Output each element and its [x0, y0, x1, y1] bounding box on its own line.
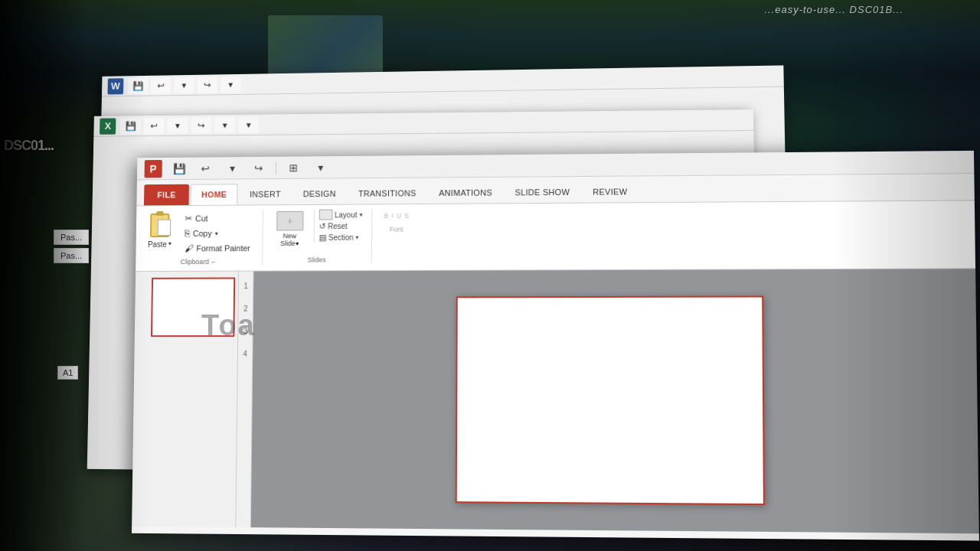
excel-icon: X [100, 118, 116, 134]
ppt-window: P 💾 ↩ ▾ ↪ ⊞ ▾ FILE HOME INSERT DESIGN TR… [132, 151, 979, 541]
new-slide-button[interactable]: + New Slide ▾ [272, 210, 308, 249]
word-undo-button[interactable]: ↩ [151, 77, 172, 93]
ppt-customize-button[interactable]: ⊞ [283, 158, 305, 177]
clipboard-icon [150, 214, 169, 237]
paste-label: Paste [148, 240, 167, 249]
layout-label: Layout [335, 210, 357, 219]
layout-icon [319, 210, 333, 220]
font-group-label-text: Font [390, 226, 403, 233]
slide-editing-area[interactable] [456, 296, 765, 506]
ppt-letter: P [150, 162, 157, 174]
ppt-redo-button[interactable]: ↪ [247, 158, 270, 177]
new-slide-arrow: ▾ [296, 240, 299, 247]
paste-dropdown-arrow: ▾ [168, 240, 172, 247]
copy-icon: ⎘ [185, 228, 190, 239]
section-icon: ▤ [318, 233, 326, 243]
copy-arrow: ▾ [214, 230, 217, 236]
excel-save-button[interactable]: 💾 [120, 118, 141, 134]
ppt-main-area: 1 1 2 3 4 [132, 269, 979, 533]
reset-button[interactable]: ↺ Reset [318, 221, 362, 231]
reset-icon: ↺ [318, 221, 325, 231]
slide-canvas[interactable] [251, 269, 979, 533]
new-slide-icon: + [276, 211, 303, 231]
tab-home[interactable]: HOME [191, 184, 238, 205]
reset-label: Reset [328, 222, 348, 230]
word-letter: W [111, 80, 120, 91]
section-label: Section [328, 233, 354, 242]
excel-undo-dropdown[interactable]: ▾ [167, 117, 188, 134]
ppt-more-button[interactable]: ▾ [309, 158, 332, 177]
ppt-undo-dropdown[interactable]: ▾ [220, 159, 243, 178]
paste-doc-icon [158, 220, 172, 236]
word-qat: 💾 ↩ ▾ ↪ ▾ [128, 76, 241, 93]
tab-file[interactable]: FILE [144, 184, 189, 206]
tab-transitions[interactable]: TRANSITIONS [348, 182, 426, 204]
format-painter-button[interactable]: 🖌 Format Painter [181, 241, 253, 255]
excel-undo-button[interactable]: ↩ [143, 117, 164, 134]
slides-group: + New Slide ▾ Layout [272, 209, 372, 263]
new-slide-label2: Slide [280, 240, 296, 247]
format-painter-label: Format Painter [196, 243, 250, 253]
ppt-ribbon: FILE HOME INSERT DESIGN TRANSITIONS ANIM… [136, 174, 975, 272]
paste-button[interactable]: Paste ▾ [143, 210, 176, 250]
tab-review[interactable]: REVIEW [582, 181, 638, 202]
slides-group-label-text: Slides [308, 256, 326, 264]
word-icon: W [107, 78, 123, 94]
left-edge-shadow [0, 0, 84, 551]
small-clipboard-buttons: ✂ Cut ⎘ Copy ▾ 🖌 Format Painter [181, 211, 253, 255]
excel-customize-button[interactable]: ▾ [238, 116, 259, 133]
row-1: 1 [239, 275, 253, 298]
clipboard-group-content: Paste ▾ ✂ Cut ⎘ Copy ▾ [143, 210, 253, 255]
tab-slideshow[interactable]: SLIDE SHOW [505, 181, 580, 203]
format-painter-icon: 🖌 [185, 243, 194, 254]
copy-button[interactable]: ⎘ Copy ▾ [181, 227, 253, 240]
word-save-button[interactable]: 💾 [128, 77, 149, 93]
tab-animations[interactable]: ANIMATIONS [428, 182, 502, 204]
clipboard-group: Paste ▾ ✂ Cut ⎘ Copy ▾ [143, 210, 263, 266]
row-4: 4 [238, 342, 253, 365]
layout-reset-section: Layout ▾ ↺ Reset ▤ Section ▾ [313, 209, 362, 243]
new-slide-label: New [283, 232, 297, 240]
qat-separator [276, 161, 276, 174]
word-undo-dropdown[interactable]: ▾ [174, 77, 194, 93]
word-customize-button[interactable]: ▾ [220, 76, 241, 93]
tab-insert[interactable]: INSERT [239, 184, 291, 205]
excel-redo-button[interactable]: ↪ [191, 117, 211, 134]
cut-label: Cut [195, 214, 208, 223]
clipboard-label: Clipboard ⌐ [143, 258, 253, 266]
layout-arrow: ▾ [359, 211, 362, 218]
section-button[interactable]: ▤ Section ▾ [318, 233, 362, 243]
excel-letter: X [104, 120, 111, 132]
ppt-icon: P [145, 159, 162, 177]
ribbon-content: Paste ▾ ✂ Cut ⎘ Copy ▾ [136, 200, 975, 271]
word-redo-button[interactable]: ↪ [197, 77, 217, 93]
tab-design[interactable]: DESIGN [292, 183, 346, 204]
clipboard-launcher[interactable]: ⌐ [212, 259, 216, 266]
slides-label: Slides [272, 256, 362, 263]
toa-label: Toa [201, 309, 256, 342]
watermark-text: ...easy-to-use... DSC01B... [764, 4, 903, 15]
font-group: B I U S Font [381, 209, 421, 263]
cut-icon: ✂ [185, 214, 192, 224]
ppt-undo-button[interactable]: ↩ [194, 159, 217, 178]
slides-group-content: + New Slide ▾ Layout [272, 209, 362, 253]
cut-button[interactable]: ✂ Cut [182, 211, 254, 225]
copy-label: Copy [193, 229, 212, 238]
font-label: Font [381, 226, 412, 233]
ppt-save-button[interactable]: 💾 [168, 159, 190, 178]
paste-icon [146, 212, 173, 239]
section-arrow: ▾ [356, 234, 359, 241]
font-group-placeholder: B I U S [381, 209, 412, 223]
layout-button[interactable]: Layout ▾ [319, 209, 363, 220]
excel-qat: 💾 ↩ ▾ ↪ ▾ ▾ [120, 116, 260, 134]
ppt-qat: 💾 ↩ ▾ ↪ ⊞ ▾ [168, 158, 332, 178]
excel-redo-dropdown[interactable]: ▾ [214, 116, 235, 133]
slide-plus-icon: + [287, 215, 293, 227]
